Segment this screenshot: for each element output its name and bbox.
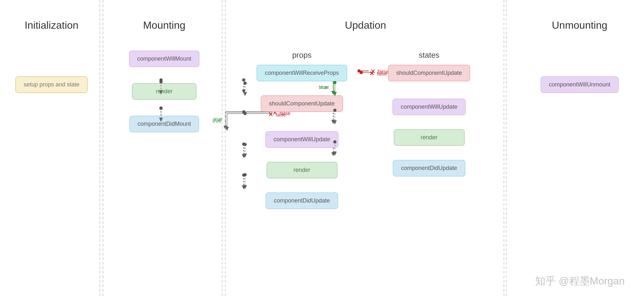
- phase-unmounting: Unmounting componentWillUnmount: [506, 0, 644, 298]
- componentwillmount-node: componentWillMount: [129, 51, 199, 67]
- componentwillupdate-props-node: componentWillUpdate: [265, 131, 338, 148]
- phase-updation: Updation props componentWillReceiveProps…: [225, 0, 506, 298]
- props-label: props: [292, 51, 311, 60]
- updation-title: Updation: [345, 19, 386, 31]
- componentdidupdate-states-node: componentDidUpdate: [393, 160, 465, 176]
- phase-initialization: Initialization setup props and state: [0, 0, 103, 298]
- render-mount-node: render: [132, 83, 196, 100]
- mounting-title: Mounting: [143, 19, 185, 31]
- initialization-title: Initialization: [24, 19, 78, 31]
- componentwillupdate-states-node: componentWillUpdate: [393, 99, 465, 115]
- componentdidmount-node: componentDidMount: [129, 116, 199, 132]
- unmounting-title: Unmounting: [552, 19, 608, 31]
- diagram-container: true ✕ false true ✕ false: [0, 0, 644, 298]
- shouldcomponentupdate-props-node: shouldComponentUpdate: [261, 95, 343, 112]
- componentwillreceiveprops-node: componentWillReceiveProps: [257, 65, 347, 81]
- setup-props-state-node: setup props and state: [15, 76, 87, 93]
- componentwillunmount-node: componentWillUnmount: [541, 76, 618, 93]
- watermark: 知乎 @程墨Morgan: [535, 274, 625, 288]
- shouldcomponentupdate-states-node: shouldComponentUpdate: [388, 65, 470, 81]
- states-label: states: [419, 51, 439, 60]
- render-states-node: render: [394, 129, 465, 146]
- render-props-node: render: [267, 162, 337, 178]
- phase-mounting: Mounting componentWillMount render compo…: [103, 0, 225, 298]
- componentdidupdate-props-node: componentDidUpdate: [266, 193, 338, 209]
